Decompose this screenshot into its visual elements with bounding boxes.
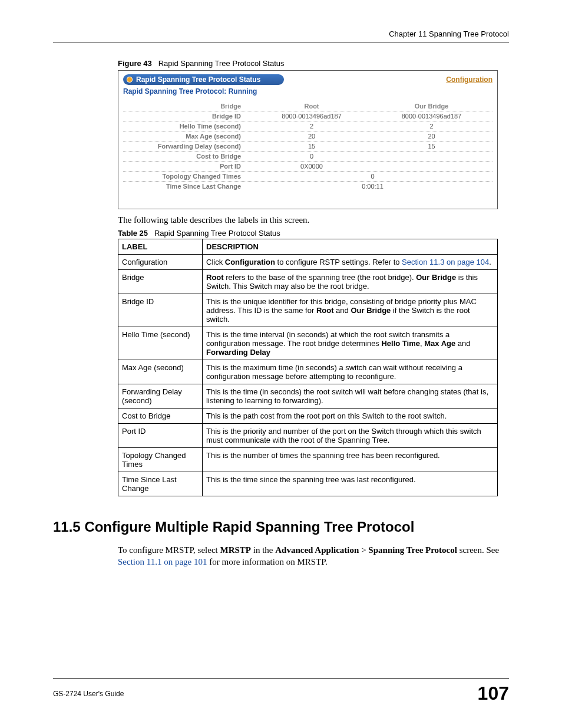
table-row: Port ID This is the priority and number … — [118, 424, 498, 448]
table-row: Forwarding Delay (second) 15 15 — [123, 141, 492, 151]
table-row: Hello Time (second) 2 2 — [123, 121, 492, 131]
table-caption: Table 25 Rapid Spanning Tree Protocol St… — [118, 229, 509, 238]
rstp-running-status: Rapid Spanning Tree Protocol: Running — [123, 87, 492, 95]
table-label: Table 25 — [118, 229, 148, 238]
table-title: Rapid Spanning Tree Protocol Status — [154, 229, 280, 238]
section-heading: 11.5 Configure Multiple Rapid Spanning T… — [53, 519, 509, 535]
section-link[interactable]: Section 11.1 on page 101 — [118, 557, 207, 566]
figure-caption: Figure 43 Rapid Spanning Tree Protocol S… — [118, 59, 509, 68]
col-root: Root — [253, 103, 371, 110]
table-row: Bridge Root refers to the base of the sp… — [118, 270, 498, 294]
table-row: Max Age (second) 20 20 — [123, 131, 492, 141]
col-bridge: Bridge — [123, 103, 253, 110]
table-row: Bridge ID This is the unique identifier … — [118, 294, 498, 327]
table-row: Configuration Click Configuration to con… — [118, 255, 498, 270]
description-table: LABEL DESCRIPTION Configuration Click Co… — [118, 239, 498, 496]
screenshot-rstp-status: Rapid Spanning Tree Protocol Status Conf… — [118, 70, 498, 209]
figure-title: Rapid Spanning Tree Protocol Status — [158, 59, 285, 68]
table-row: Time Since Last Change This is the time … — [118, 472, 498, 496]
figure-label: Figure 43 — [118, 59, 152, 68]
section-paragraph: To configure MRSTP, select MRSTP in the … — [118, 544, 509, 568]
chapter-header: Chapter 11 Spanning Tree Protocol — [53, 29, 509, 42]
col-our-bridge: Our Bridge — [371, 103, 492, 110]
configuration-link[interactable]: Configuration — [446, 75, 492, 84]
pill-title: Rapid Spanning Tree Protocol Status — [136, 75, 260, 84]
footer-guide: GS-2724 User's Guide — [53, 690, 124, 698]
table-row: Bridge ID 8000-0013496ad187 8000-0013496… — [123, 111, 492, 121]
page-footer: GS-2724 User's Guide 107 — [53, 678, 509, 704]
table-row: Topology Changed Times 0 — [123, 172, 492, 182]
page-number: 107 — [478, 683, 509, 704]
intro-paragraph: The following table describes the labels… — [118, 215, 509, 225]
table-row: Max Age (second) This is the maximum tim… — [118, 360, 498, 384]
table-row: Port ID 0X0000 — [123, 162, 492, 172]
section-link[interactable]: Section 11.3 on page 104 — [402, 258, 489, 266]
table-row: Topology Changed Times This is the numbe… — [118, 448, 498, 472]
pill-dot-icon — [127, 77, 133, 83]
status-pill: Rapid Spanning Tree Protocol Status — [123, 74, 284, 85]
table-row: Cost to Bridge 0 — [123, 151, 492, 162]
th-label: LABEL — [118, 239, 203, 255]
th-description: DESCRIPTION — [203, 239, 498, 255]
table-row: Forwarding Delay (second) This is the ti… — [118, 384, 498, 409]
table-row: Time Since Last Change 0:00:11 — [123, 182, 492, 191]
rstp-status-table: Bridge Root Our Bridge Bridge ID 8000-00… — [123, 101, 492, 191]
table-row: Cost to Bridge This is the path cost fro… — [118, 409, 498, 424]
table-row: Hello Time (second) This is the time int… — [118, 327, 498, 360]
